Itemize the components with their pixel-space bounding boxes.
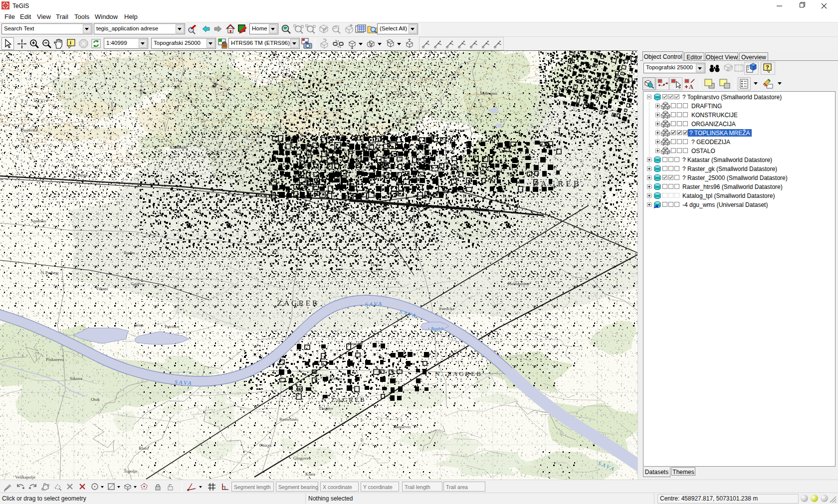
svg-text:N ZAGREB: N ZAGREB xyxy=(322,396,366,403)
svg-text:Otocec: Otocec xyxy=(259,443,272,448)
svg-text:Sikova: Sikova xyxy=(70,376,82,381)
svg-text:Spansko: Spansko xyxy=(31,218,46,223)
svg-text:Jakusevec: Jakusevec xyxy=(393,424,411,429)
svg-text:Petrince: Petrince xyxy=(165,324,180,329)
svg-text:Vrapce: Vrapce xyxy=(75,172,87,177)
svg-text:N. ZAGREB: N. ZAGREB xyxy=(435,370,482,377)
svg-text:Gajevo: Gajevo xyxy=(131,281,144,286)
svg-text:ZAGREB: ZAGREB xyxy=(277,299,319,307)
svg-text:Piskorevo: Piskorevo xyxy=(46,357,64,362)
svg-text:Du: Du xyxy=(628,75,637,83)
svg-text:Klara: Klara xyxy=(305,472,315,477)
svg-text:t. Bundek: t. Bundek xyxy=(428,327,443,331)
svg-text:Blato: Blato xyxy=(139,446,149,451)
svg-text:Dugave: Dugave xyxy=(319,406,333,411)
svg-text:ZAGREB: ZAGREB xyxy=(533,179,582,188)
svg-text:Remetinec: Remetinec xyxy=(279,417,298,422)
svg-text:Maksimir: Maksimir xyxy=(480,91,497,96)
svg-text:Kolecostina: Kolecostina xyxy=(508,281,529,286)
svg-text:Sveticka: Sveticka xyxy=(439,306,454,311)
svg-text:Jarun: Jarun xyxy=(134,323,144,328)
svg-text:Otok: Otok xyxy=(91,397,100,402)
svg-text:A: A xyxy=(689,83,693,90)
svg-text:i: i xyxy=(70,40,71,45)
svg-text:Topolje: Topolje xyxy=(124,469,137,474)
svg-text:?: ? xyxy=(766,64,769,70)
svg-text:SAVA: SAVA xyxy=(175,379,193,386)
svg-text:Rudes: Rudes xyxy=(124,250,135,255)
svg-text:Velikapolje: Velikapolje xyxy=(15,475,35,480)
svg-text:SAVA: SAVA xyxy=(365,300,383,308)
svg-text:Perjavica: Perjavica xyxy=(21,128,37,133)
svg-text:Travno: Travno xyxy=(329,376,342,381)
svg-text:Glogovec: Glogovec xyxy=(293,456,311,461)
svg-text:N.Prebeg: N.Prebeg xyxy=(41,270,58,275)
svg-text:Trnje: Trnje xyxy=(370,262,380,267)
svg-text:Zaprude: Zaprude xyxy=(348,341,363,346)
svg-text:Vrbani: Vrbani xyxy=(96,286,108,291)
svg-text:Kustosija: Kustosija xyxy=(170,145,187,150)
